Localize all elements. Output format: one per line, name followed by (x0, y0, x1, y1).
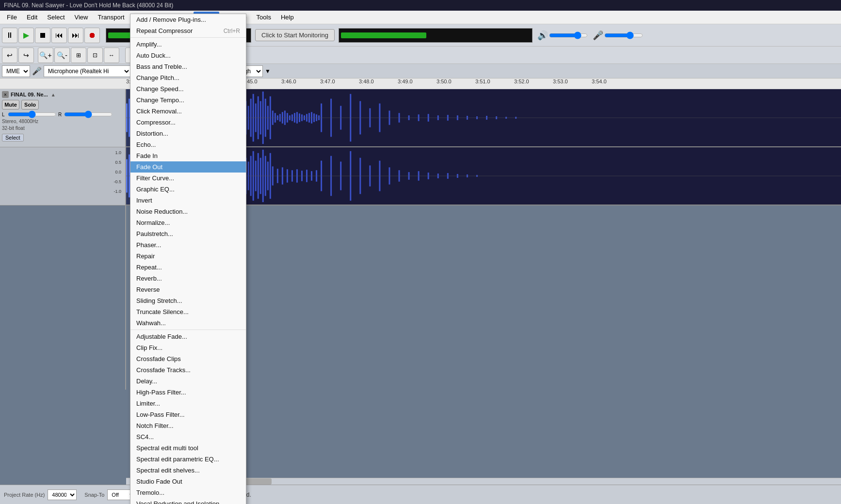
menu-notch-filter[interactable]: Notch Filter... (130, 420, 246, 431)
menu-echo[interactable]: Echo... (130, 139, 246, 150)
gain-left-label: L (2, 112, 6, 117)
menu-tremolo[interactable]: Tremolo... (130, 487, 246, 498)
microphone-icon[interactable]: 🎤 (593, 30, 603, 41)
menu-spectral-edit-shelves[interactable]: Spectral edit shelves... (130, 465, 246, 476)
menu-delay[interactable]: Delay... (130, 376, 246, 387)
zoom-selection-button[interactable]: ⊡ (87, 47, 103, 63)
volume-slider[interactable] (549, 32, 588, 39)
menu-click-removal[interactable]: Click Removal... (130, 106, 246, 117)
track-collapse-icon[interactable]: ▲ (51, 92, 56, 97)
menu-file[interactable]: File (2, 12, 22, 23)
undo-button[interactable]: ↩ (2, 47, 17, 63)
menu-change-tempo[interactable]: Change Tempo... (130, 94, 246, 106)
menu-invert[interactable]: Invert (130, 195, 246, 206)
skip-start-button[interactable]: ⏮ (51, 28, 67, 43)
record-button[interactable]: ⏺ (84, 28, 100, 43)
menu-paulstretch[interactable]: Paulstretch... (130, 228, 246, 239)
mic-gain-slider[interactable] (604, 32, 643, 39)
menu-distortion[interactable]: Distortion... (130, 128, 246, 139)
menu-clip-fix[interactable]: Clip Fix... (130, 342, 246, 353)
audio-host-select[interactable]: MME (2, 65, 30, 77)
ruler-tick-5: 3:47.0 (320, 79, 335, 84)
menu-reverb[interactable]: Reverb... (130, 273, 246, 284)
project-rate-select[interactable]: 48000 (48, 489, 77, 500)
menu-fade-out[interactable]: Fade Out (130, 161, 246, 173)
track-info-stereo: Stereo, 48000Hz (2, 118, 123, 125)
menu-select[interactable]: Select (42, 12, 69, 23)
track-close-button[interactable]: × (2, 91, 9, 98)
start-monitoring-button[interactable]: Click to Start Monitoring (255, 29, 335, 41)
menu-normalize[interactable]: Normalize... (130, 217, 246, 228)
menu-adjustable-fade[interactable]: Adjustable Fade... (130, 331, 246, 342)
zoom-out-button[interactable]: 🔍- (54, 47, 70, 63)
menu-auto-duck[interactable]: Auto Duck... (130, 50, 246, 61)
menu-sliding-stretch[interactable]: Sliding Stretch... (130, 295, 246, 306)
menu-bass-treble[interactable]: Bass and Treble... (130, 61, 246, 72)
repeat-compressor-label: Repeat Compressor (136, 27, 193, 34)
time-ruler: 3:42.0 3:43.0 3:44.0 3:45.0 3:46.0 3:47.… (0, 79, 841, 89)
menu-tools[interactable]: Tools (252, 12, 276, 23)
menu-edit[interactable]: Edit (22, 12, 42, 23)
menu-divider-1 (130, 37, 246, 38)
menu-crossfade-clips[interactable]: Crossfade Clips (130, 353, 246, 364)
menu-divider-2 (130, 330, 246, 330)
ruler-tick-6: 3:48.0 (359, 79, 374, 84)
gain-right-slider[interactable] (64, 111, 113, 117)
menu-amplify[interactable]: Amplify... (130, 39, 246, 50)
menu-studio-fade-out[interactable]: Studio Fade Out (130, 476, 246, 487)
monitoring-button[interactable]: Click to Start Monitoring (255, 29, 335, 41)
menu-spectral-edit-parametric-eq[interactable]: Spectral edit parametric EQ... (130, 454, 246, 465)
menu-fade-in[interactable]: Fade In (130, 150, 246, 161)
menu-noise-reduction[interactable]: Noise Reduction... (130, 206, 246, 217)
mute-button[interactable]: Mute (2, 100, 19, 110)
ruler-tick-12: 3:54.0 (592, 79, 607, 84)
zoom-fit-button[interactable]: ⊞ (71, 47, 86, 63)
menu-filter-curve[interactable]: Filter Curve... (130, 173, 246, 184)
menu-phaser[interactable]: Phaser... (130, 239, 246, 251)
track-header-2: 1.0 0.5 0.0 -0.5 -1.0 (0, 147, 125, 205)
menu-transport[interactable]: Transport (93, 12, 129, 23)
menu-wahwah[interactable]: Wahwah... (130, 317, 246, 329)
menu-spectral-edit-multi-tool[interactable]: Spectral edit multi tool (130, 442, 246, 454)
track-select-row: Select (2, 134, 123, 141)
menu-crossfade-tracks[interactable]: Crossfade Tracks... (130, 364, 246, 376)
skip-end-button[interactable]: ⏭ (68, 28, 83, 43)
track-title-row: × FINAL 09. Ne... ▲ (2, 91, 123, 98)
menu-high-pass-filter[interactable]: High-Pass Filter... (130, 387, 246, 398)
track-info-bitdepth: 32-bit float (2, 125, 123, 132)
menu-help[interactable]: Help (276, 12, 299, 23)
menu-repair[interactable]: Repair (130, 251, 246, 262)
solo-button[interactable]: Solo (21, 100, 39, 110)
zoom-in-button[interactable]: 🔍+ (38, 47, 53, 63)
menu-change-speed[interactable]: Change Speed... (130, 83, 246, 94)
menu-truncate-silence[interactable]: Truncate Silence... (130, 306, 246, 317)
stop-button[interactable]: ⏹ (35, 28, 50, 43)
menu-sc4[interactable]: SC4... (130, 431, 246, 442)
track-header: × FINAL 09. Ne... ▲ Mute Solo L R Stereo… (0, 89, 125, 147)
menu-limiter[interactable]: Limiter... (130, 398, 246, 409)
menu-repeat[interactable]: Repeat... (130, 262, 246, 273)
mute-solo-row: Mute Solo (2, 100, 123, 110)
redo-button[interactable]: ↪ (18, 47, 34, 63)
menu-repeat-compressor[interactable]: Repeat Compressor Ctrl+R (130, 25, 246, 36)
menu-change-pitch[interactable]: Change Pitch... (130, 72, 246, 83)
gain-left-slider[interactable] (8, 111, 56, 117)
track-select-button[interactable]: Select (2, 134, 24, 142)
menu-graphic-eq[interactable]: Graphic EQ... (130, 184, 246, 195)
pause-button[interactable]: ⏸ (2, 28, 17, 43)
menu-compressor[interactable]: Compressor... (130, 117, 246, 128)
project-rate-section: Project Rate (Hz) 48000 (4, 489, 77, 500)
titlebar-text: FINAL 09. Neal Sawyer - Love Don't Hold … (4, 2, 173, 9)
play-button[interactable]: ▶ (18, 28, 34, 43)
menu-add-remove-plugins[interactable]: Add / Remove Plug-ins... (130, 14, 246, 25)
menu-vocal-reduction[interactable]: Vocal Reduction and Isolation... (130, 498, 246, 504)
vu-meter-right (339, 28, 533, 43)
volume-icon[interactable]: 🔊 (537, 30, 548, 41)
menubar: File Edit Select View Transport Tracks G… (0, 11, 841, 24)
menu-reverse[interactable]: Reverse (130, 284, 246, 295)
menu-low-pass-filter[interactable]: Low-Pass Filter... (130, 409, 246, 420)
input-device-select[interactable]: Microphone (Realtek Hi (44, 65, 131, 77)
zoom-toggle-button[interactable]: ↔ (104, 47, 119, 63)
ruler-tick-11: 3:53.0 (553, 79, 568, 84)
menu-view[interactable]: View (70, 12, 93, 23)
